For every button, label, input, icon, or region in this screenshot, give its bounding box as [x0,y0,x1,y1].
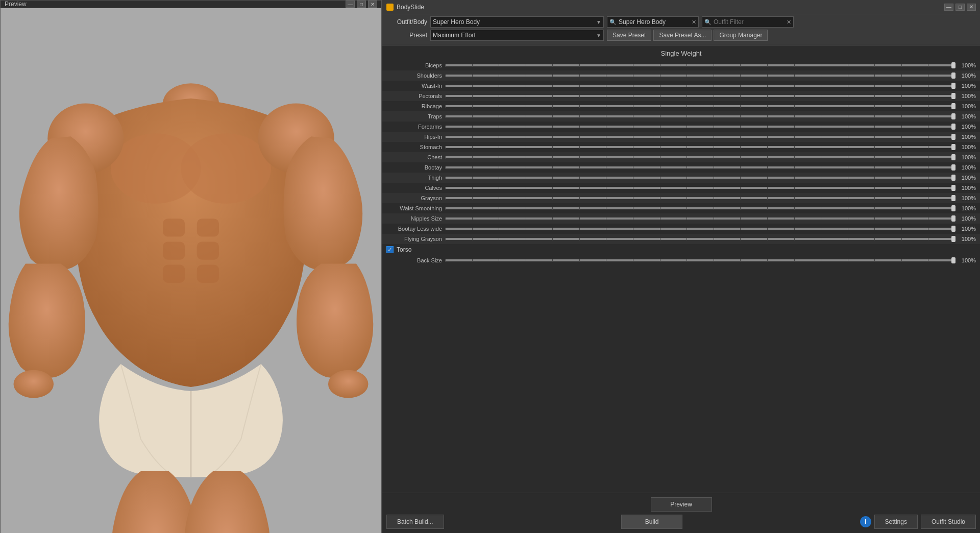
settings-button[interactable]: Settings [874,515,918,529]
slider-track-container[interactable] [445,62,955,69]
slider-row: Bootay100% [382,162,980,173]
outfit-body-value: Super Hero Body [433,18,480,26]
bodyslide-panel: BodySlide — □ ✕ Outfit/Body Super Hero B… [382,0,980,533]
slider-label-bootay-less-wide: Bootay Less wide [386,226,445,232]
slider-track[interactable] [445,197,955,199]
slider-label-biceps: Biceps [386,62,445,68]
slider-track-container[interactable] [445,72,955,79]
slider-track-container[interactable] [445,103,955,110]
slider-track[interactable] [445,187,955,189]
build-button[interactable]: Build [621,515,682,529]
slider-track[interactable] [445,259,955,261]
bottom-row: Batch Build... Build i Settings Outfit S… [386,515,976,529]
outfit-body-dropdown[interactable]: Super Hero Body ▼ [430,16,604,28]
slider-value-ribcage: 100% [955,103,976,109]
preview-maximize-button[interactable]: □ [357,1,366,8]
batch-build-button[interactable]: Batch Build... [386,515,444,529]
preview-button[interactable]: Preview [651,497,712,512]
slider-track[interactable] [445,95,955,97]
slider-label-thigh: Thigh [386,175,445,181]
slider-label-waist-in: Waist-In [386,83,445,89]
save-preset-button[interactable]: Save Preset [607,30,651,41]
slider-row: Calves100% [382,183,980,193]
bs-titlebar-buttons: — □ ✕ [944,4,976,11]
slider-row: Chest100% [382,152,980,162]
filter2-input[interactable] [714,18,785,26]
slider-row: Nipples Size100% [382,213,980,224]
slider-track-container[interactable] [445,164,955,171]
group-manager-button[interactable]: Group Manager [714,30,768,41]
bs-close-button[interactable]: ✕ [967,4,976,11]
slider-track[interactable] [445,238,955,240]
slider-track-container[interactable] [445,154,955,161]
slider-track[interactable] [445,156,955,158]
slider-label-ribcage: Ribcage [386,103,445,109]
slider-track[interactable] [445,126,955,128]
preset-dropdown[interactable]: Maximum Effort ▼ [430,30,604,41]
filter1-close[interactable]: ✕ [692,19,696,26]
search1-icon: 🔍 [609,19,617,26]
slider-label-traps: Traps [386,113,445,119]
bs-minimize-button[interactable]: — [944,4,953,11]
slider-track-container[interactable] [445,174,955,181]
preset-row: Preset Maximum Effort ▼ Save Preset Save… [386,30,976,41]
slider-track-container[interactable] [445,113,955,120]
slider-track[interactable] [445,207,955,209]
filter2-close[interactable]: ✕ [787,19,791,26]
slider-label-grayson: Grayson [386,195,445,201]
slider-row: Forearms100% [382,122,980,132]
slider-row: Flying Grayson100% [382,234,980,244]
svg-rect-5 [163,241,185,259]
slider-track-container[interactable] [445,82,955,89]
slider-track-container[interactable] [445,123,955,130]
slider-track[interactable] [445,146,955,148]
outfit-studio-button[interactable]: Outfit Studio [921,515,976,529]
preview-window: Preview — □ ✕ [0,0,382,533]
slider-value-calves: 100% [955,185,976,191]
slider-row: Shoulders100% [382,70,980,81]
info-button[interactable]: i [860,516,871,527]
preview-minimize-button[interactable]: — [346,1,355,8]
slider-label-back-size: Back Size [386,257,445,263]
slider-track[interactable] [445,177,955,179]
slider-track-container[interactable] [445,143,955,151]
slider-track-container[interactable] [445,92,955,100]
outfit-body-row: Outfit/Body Super Hero Body ▼ 🔍 ✕ 🔍 ✕ [386,16,976,28]
slider-track[interactable] [445,166,955,168]
slider-row: Hips-In100% [382,132,980,142]
slider-track[interactable] [445,228,955,230]
torso-checkbox[interactable]: ✓ [386,246,394,253]
slider-label-waist-smoothing: Waist Smoothing [386,205,445,211]
preview-close-button[interactable]: ✕ [368,1,377,8]
svg-point-12 [328,370,369,398]
bs-maximize-button[interactable]: □ [955,4,965,11]
slider-track[interactable] [445,85,955,87]
slider-track-container[interactable] [445,235,955,243]
slider-track[interactable] [445,115,955,117]
slider-track[interactable] [445,105,955,107]
preset-arrow: ▼ [596,33,601,38]
slider-track-container[interactable] [445,225,955,232]
slider-track[interactable] [445,217,955,220]
slider-track-container[interactable] [445,184,955,191]
slider-track[interactable] [445,64,955,66]
filter1-input[interactable] [619,18,690,26]
slider-value-forearms: 100% [955,124,976,130]
slider-track[interactable] [445,136,955,138]
bs-title: BodySlide [386,4,424,11]
slider-row: Bootay Less wide100% [382,224,980,234]
slider-row: Back Size100% [382,255,980,265]
slider-track-container[interactable] [445,195,955,202]
save-preset-as-button[interactable]: Save Preset As... [653,30,712,41]
slider-label-pectorals: Pectorals [386,93,445,99]
slider-track[interactable] [445,75,955,77]
preset-buttons: Save Preset Save Preset As... Group Mana… [607,30,768,41]
slider-value-nipples-size: 100% [955,215,976,222]
slider-track-container[interactable] [445,205,955,212]
svg-rect-3 [163,219,185,236]
slider-track-container[interactable] [445,215,955,222]
slider-track-container[interactable] [445,257,955,264]
slider-track-container[interactable] [445,133,955,140]
section-header: Single Weight [382,47,980,60]
slider-row: Pectorals100% [382,91,980,101]
